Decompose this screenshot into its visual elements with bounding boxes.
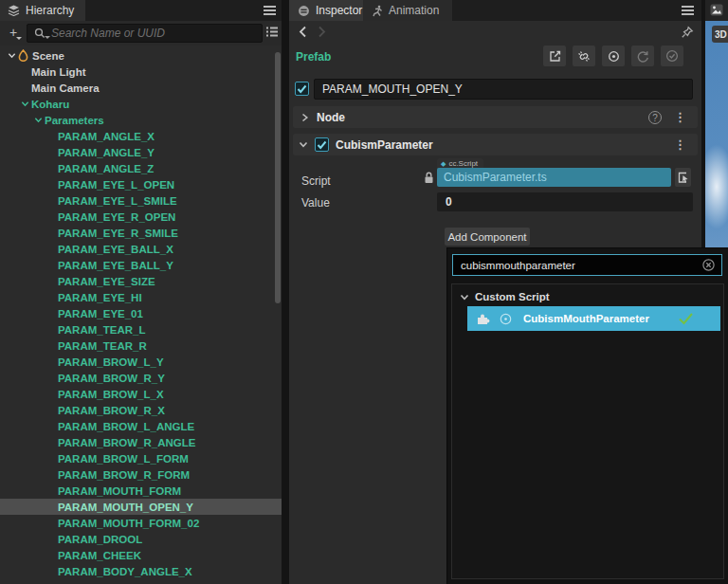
node-active-checkbox[interactable] bbox=[295, 82, 309, 96]
pin-icon[interactable] bbox=[681, 26, 694, 39]
tree-row[interactable]: PARAM_EYE_HI bbox=[0, 289, 282, 305]
tree-row[interactable]: PARAM_ANGLE_X bbox=[0, 128, 282, 144]
prefab-apply-button[interactable] bbox=[661, 46, 683, 66]
script-asset-field[interactable]: CubismParameter.ts bbox=[437, 168, 671, 187]
tree-row[interactable]: Koharu bbox=[0, 96, 282, 112]
tree-row[interactable]: PARAM_BROW_L_ANGLE bbox=[0, 418, 282, 434]
tree-row-label: PARAM_BODY_ANGLE_X bbox=[58, 566, 192, 577]
tree-row[interactable]: PARAM_EYE_L_SMILE bbox=[0, 192, 282, 209]
component-search[interactable] bbox=[452, 254, 722, 276]
tree-row[interactable]: PARAM_BROW_R_Y bbox=[0, 370, 282, 386]
layers-icon bbox=[8, 5, 20, 16]
tree-row[interactable]: PARAM_BROW_R_ANGLE bbox=[0, 434, 282, 450]
node-section-header[interactable]: Node ? ⋮ bbox=[293, 106, 698, 128]
chevron-down-icon bbox=[46, 131, 58, 142]
browse-asset-button[interactable] bbox=[675, 168, 691, 187]
scene-tabbar bbox=[705, 0, 728, 21]
tree-row[interactable]: Main Light bbox=[0, 64, 282, 80]
component-item-cubismmouthparameter[interactable]: CubismMouthParameter bbox=[467, 306, 720, 331]
asset-diamond-icon: ◆ bbox=[441, 160, 446, 168]
list-view-icon[interactable] bbox=[265, 26, 279, 38]
chevron-down-icon bbox=[46, 550, 58, 561]
chevron-right-icon[interactable] bbox=[300, 113, 309, 122]
search-input[interactable] bbox=[51, 27, 262, 40]
component-enabled-checkbox[interactable] bbox=[315, 137, 329, 152]
hierarchy-search[interactable] bbox=[27, 24, 263, 43]
tree-row[interactable]: PARAM_BODY_ANGLE_X bbox=[0, 563, 282, 579]
tree-row[interactable]: Parameters bbox=[0, 112, 282, 128]
back-icon[interactable] bbox=[299, 26, 307, 38]
tree-row[interactable]: PARAM_EYE_01 bbox=[0, 305, 282, 321]
tree-row[interactable]: PARAM_TEAR_L bbox=[0, 321, 282, 338]
add-component-button[interactable]: Add Component bbox=[445, 228, 530, 246]
tree-row[interactable]: PARAM_DROOL bbox=[0, 531, 282, 547]
chevron-down-icon bbox=[46, 244, 58, 255]
component-info-icon[interactable] bbox=[500, 313, 512, 325]
kebab-menu-icon[interactable]: ⋮ bbox=[674, 137, 686, 152]
tree-row[interactable]: PARAM_BROW_R_FORM bbox=[0, 466, 282, 483]
plus-caret-icon bbox=[16, 37, 22, 40]
hierarchy-scrollbar-thumb[interactable] bbox=[275, 52, 281, 303]
tree-row[interactable]: PARAM_ANGLE_Y bbox=[0, 144, 282, 160]
hierarchy-panel: Hierarchy + Scene Ma bbox=[0, 0, 282, 584]
scene-tab-icon[interactable] bbox=[710, 4, 723, 16]
tree-row[interactable]: PARAM_EYE_R_OPEN bbox=[0, 209, 282, 225]
node-section-label: Node bbox=[317, 111, 345, 124]
tree-row[interactable]: PARAM_BROW_R_X bbox=[0, 402, 282, 418]
help-icon[interactable]: ? bbox=[648, 111, 662, 124]
prefab-unlink-button[interactable] bbox=[573, 46, 595, 66]
component-group-custom-script[interactable]: Custom Script bbox=[460, 291, 550, 302]
chevron-down-icon bbox=[46, 373, 58, 384]
tree-row[interactable]: PARAM_MOUTH_OPEN_Y bbox=[0, 499, 282, 515]
tree-row[interactable]: PARAM_EYE_L_OPEN bbox=[0, 176, 282, 192]
tree-row-label: PARAM_BROW_L_ANGLE bbox=[58, 421, 194, 432]
check-icon bbox=[678, 312, 694, 325]
prefab-revert-button[interactable] bbox=[631, 46, 654, 66]
tab-animation[interactable]: Animation bbox=[363, 0, 452, 21]
tree-row[interactable]: PARAM_BROW_L_FORM bbox=[0, 450, 282, 466]
tree-row[interactable]: Scene bbox=[0, 47, 282, 64]
component-section-header[interactable]: CubismParameter ⋮ bbox=[293, 134, 698, 155]
tree-row[interactable]: PARAM_BROW_L_X bbox=[0, 386, 282, 402]
tree-row[interactable]: PARAM_BROW_L_Y bbox=[0, 354, 282, 370]
tree-row[interactable]: PARAM_EYE_SIZE bbox=[0, 273, 282, 289]
tree-row[interactable]: PARAM_EYE_BALL_X bbox=[0, 241, 282, 257]
forward-icon[interactable] bbox=[318, 26, 326, 38]
kebab-menu-icon[interactable]: ⋮ bbox=[674, 110, 686, 124]
value-input[interactable]: 0 bbox=[437, 192, 693, 211]
view-mode-3d-button[interactable]: 3D bbox=[712, 26, 728, 43]
tree-row[interactable]: Main Camera bbox=[0, 80, 282, 96]
tree-row-label: PARAM_EYE_R_SMILE bbox=[58, 228, 178, 239]
tree-row[interactable]: PARAM_MOUTH_FORM_02 bbox=[0, 515, 282, 531]
node-name-input[interactable]: PARAM_MOUTH_OPEN_Y bbox=[314, 79, 693, 100]
tab-hierarchy[interactable]: Hierarchy bbox=[0, 0, 85, 21]
inspector-menu-icon[interactable] bbox=[682, 6, 694, 15]
clear-icon[interactable] bbox=[702, 259, 715, 271]
tree-row-label: PARAM_ANGLE_Z bbox=[58, 163, 154, 174]
create-node-button[interactable]: + bbox=[5, 25, 22, 42]
tree-row[interactable]: PARAM_ANGLE_Z bbox=[0, 160, 282, 176]
tree-row[interactable]: PARAM_MOUTH_FORM bbox=[0, 483, 282, 499]
tree-row[interactable]: PARAM_CHEEK bbox=[0, 547, 282, 563]
tree-row[interactable]: PARAM_EYE_R_SMILE bbox=[0, 225, 282, 241]
script-field-label: Script bbox=[301, 174, 331, 188]
tab-hierarchy-label: Hierarchy bbox=[26, 4, 74, 17]
prefab-locate-button[interactable] bbox=[602, 46, 625, 66]
inspector-icon bbox=[298, 5, 310, 17]
chevron-down-icon[interactable] bbox=[32, 115, 45, 126]
hierarchy-scrollbar bbox=[275, 47, 281, 584]
tree-row-label: PARAM_EYE_HI bbox=[58, 292, 142, 303]
tree-row-label: PARAM_ANGLE_Y bbox=[58, 147, 155, 158]
chevron-down-icon[interactable] bbox=[19, 99, 31, 110]
chevron-down-icon[interactable] bbox=[299, 140, 308, 149]
tree-row[interactable]: PARAM_BODY_ANGLE_Y bbox=[0, 579, 282, 584]
chevron-down-icon bbox=[46, 276, 58, 287]
prefab-label: Prefab bbox=[296, 50, 331, 64]
tree-row[interactable]: PARAM_TEAR_R bbox=[0, 338, 282, 354]
tree-row[interactable]: PARAM_EYE_BALL_Y bbox=[0, 257, 282, 273]
chevron-down-icon[interactable] bbox=[6, 50, 18, 62]
component-search-input[interactable] bbox=[453, 260, 702, 271]
prefab-edit-button[interactable] bbox=[543, 46, 566, 66]
hierarchy-menu-icon[interactable] bbox=[264, 6, 276, 15]
tree-row-label: Main Light bbox=[31, 66, 86, 78]
